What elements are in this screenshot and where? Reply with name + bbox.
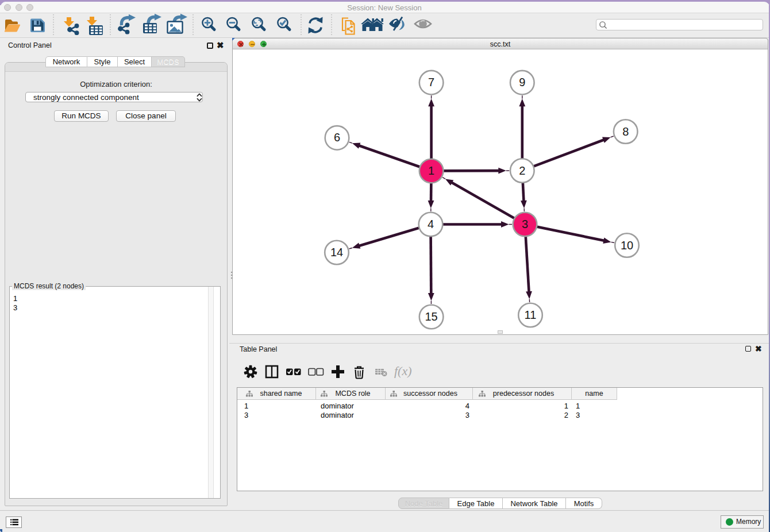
svg-text:1: 1: [428, 164, 434, 177]
svg-text:3: 3: [522, 218, 528, 230]
svg-text:9: 9: [519, 76, 525, 88]
svg-text:2: 2: [519, 164, 525, 177]
svg-text:8: 8: [622, 125, 629, 138]
svg-text:4: 4: [428, 218, 434, 230]
svg-text:15: 15: [425, 310, 437, 323]
svg-text:10: 10: [621, 239, 633, 252]
svg-text:6: 6: [334, 131, 340, 144]
svg-text:11: 11: [525, 309, 537, 321]
svg-text:14: 14: [330, 246, 343, 259]
svg-text:7: 7: [428, 76, 434, 88]
